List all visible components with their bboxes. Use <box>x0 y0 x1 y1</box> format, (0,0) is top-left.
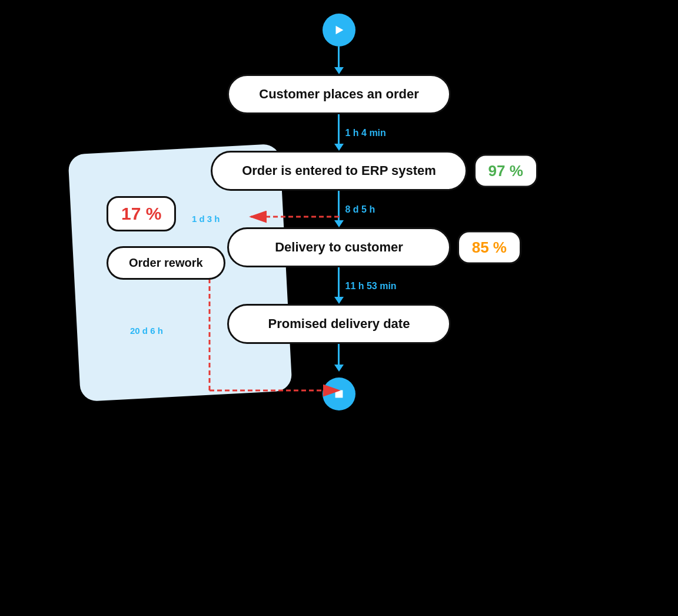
node4-wrapper: Promised delivery date <box>227 304 451 344</box>
connector-4b: 11 h 53 min <box>338 276 340 297</box>
connector-1 <box>338 47 340 67</box>
node3-wrapper: Delivery to customer 85 % <box>227 227 451 267</box>
node1-wrapper: Customer places an order <box>227 74 451 114</box>
time-label-3: 11 h 53 min <box>345 281 396 292</box>
connector-4a <box>338 267 340 276</box>
node-delivery[interactable]: Delivery to customer <box>227 227 451 267</box>
play-icon <box>333 24 345 37</box>
time-label-2: 8 d 5 h <box>345 204 375 215</box>
connector-5 <box>338 344 340 365</box>
diagram-container: 17 % Order rework 1 d 3 h 20 d 6 h Custo… <box>74 14 604 602</box>
end-node[interactable] <box>323 377 355 410</box>
node-promised-date[interactable]: Promised delivery date <box>227 304 451 344</box>
connector-3b: 8 d 5 h <box>338 200 340 220</box>
arrow-3 <box>334 220 344 227</box>
arrow-1 <box>334 67 344 74</box>
arrow-4 <box>334 297 344 304</box>
connector-3-wrapper: 8 d 5 h <box>334 191 344 227</box>
connector-4-wrapper: 11 h 53 min <box>334 267 344 304</box>
node-customer-order[interactable]: Customer places an order <box>227 74 451 114</box>
erp-badge: 97 % <box>474 154 538 188</box>
svg-marker-4 <box>335 26 343 35</box>
node2-wrapper: Order is entered to ERP system 97 % <box>211 151 467 191</box>
arrow-2 <box>334 144 344 151</box>
rework-box: Order rework <box>107 246 225 280</box>
rework-percent-badge: 17 % <box>107 196 176 231</box>
connector-2a <box>338 114 340 123</box>
delivery-badge: 85 % <box>457 231 521 264</box>
connector-2b: 1 h 4 min <box>338 123 340 144</box>
stop-icon <box>333 388 345 400</box>
rework-time-2-label: 20 d 6 h <box>130 326 163 336</box>
connector-2-wrapper: 1 h 4 min <box>334 114 344 151</box>
svg-rect-5 <box>335 390 343 398</box>
start-node[interactable] <box>323 14 355 47</box>
rework-time-1-label: 1 d 3 h <box>192 214 220 224</box>
node-erp[interactable]: Order is entered to ERP system <box>211 151 467 191</box>
time-label-1: 1 h 4 min <box>345 128 385 138</box>
arrow-5 <box>334 365 344 372</box>
connector-3a <box>338 191 340 200</box>
